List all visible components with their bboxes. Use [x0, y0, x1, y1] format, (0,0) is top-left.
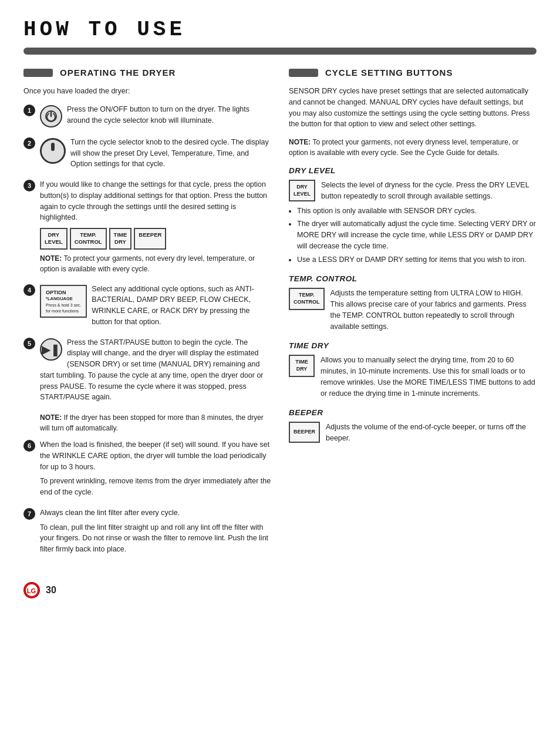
step-5-note: NOTE: If the dryer has been stopped for …	[40, 412, 271, 433]
step-6-content: When the load is finished, the beeper (i…	[40, 439, 271, 500]
option-icon: OPTION *LANGUAGE Press & hold 3 sec. for…	[40, 285, 87, 318]
beeper-text: Adjusts the volume of the end-of-cycle b…	[326, 422, 537, 444]
dry-level-section: DRY LEVEL DRYLEVEL Selects the level of …	[289, 166, 537, 265]
cycle-buttons-row: DRYLEVEL TEMP.CONTROL TIMEDRY BEEPER	[40, 228, 271, 250]
step-3-content: If you would like to change the settings…	[40, 179, 271, 277]
step-7-text: Always clean the lint filter after every…	[40, 507, 271, 519]
step-5-text: Press the START/PAUSE button to begin th…	[40, 337, 271, 403]
step-4: 4 OPTION *LANGUAGE Press & hold 3 sec. f…	[23, 284, 271, 330]
footer: LG 30	[23, 582, 537, 598]
svg-text:LG: LG	[27, 587, 36, 594]
temp-control-button-label: TEMP.CONTROL	[70, 228, 107, 250]
step-5: 5 ▶❚ Press the START/PAUSE button to beg…	[23, 337, 271, 406]
left-column: OPERATING THE DRYER Once you have loaded…	[23, 68, 271, 564]
play-symbol: ▶❚	[42, 341, 60, 358]
step-1-number: 1	[23, 105, 35, 116]
step-2-content: Turn the cycle selector knob to the desi…	[40, 137, 271, 172]
step-7-sub: To clean, pull the lint filter straight …	[40, 522, 271, 555]
operating-section-header: OPERATING THE DRYER	[23, 68, 271, 78]
step-3-note: NOTE: To protect your garments, not ever…	[40, 253, 271, 274]
beeper-button-label: BEEPER	[134, 228, 166, 250]
time-dry-title: TIME DRY	[289, 341, 537, 350]
dry-level-bullets: This option is only available with SENSO…	[297, 206, 537, 265]
step-1-content: Press the ON/OFF button to turn on the d…	[40, 104, 271, 130]
time-dry-section: TIME DRY TIMEDRY Allows you to manually …	[289, 341, 537, 399]
beeper-section: BEEPER BEEPER Adjusts the volume of the …	[289, 408, 537, 444]
beeper-content: BEEPER Adjusts the volume of the end-of-…	[289, 422, 537, 444]
page-title: HOW TO USE	[23, 18, 537, 42]
step-7: 7 Always clean the lint filter after eve…	[23, 507, 271, 557]
step-3-number: 3	[23, 180, 35, 191]
dry-level-text: Selects the level of dryness for the cyc…	[321, 180, 537, 202]
time-dry-content: TIMEDRY Allows you to manually select th…	[289, 355, 537, 399]
power-icon	[40, 105, 62, 127]
operating-title: OPERATING THE DRYER	[60, 68, 176, 78]
cycle-note: NOTE: To protect your garments, not ever…	[289, 137, 537, 158]
step-4-content: OPTION *LANGUAGE Press & hold 3 sec. for…	[40, 284, 271, 330]
step-6-number: 6	[23, 440, 35, 452]
play-icon: ▶❚	[40, 338, 62, 361]
temp-control-title: TEMP. CONTROL	[289, 274, 537, 283]
dry-level-button: DRYLEVEL	[289, 180, 315, 201]
top-decorative-bar	[23, 48, 537, 55]
bullet-1: This option is only available with SENSO…	[297, 206, 537, 217]
cycle-note-text: To protect your garments, not every dryn…	[289, 138, 518, 157]
step-5-content: ▶❚ Press the START/PAUSE button to begin…	[40, 337, 271, 406]
step-3-text: If you would like to change the settings…	[40, 179, 271, 223]
temp-control-button: TEMP.CONTROL	[289, 288, 325, 310]
step-2: 2 Turn the cycle selector knob to the de…	[23, 137, 271, 172]
lg-logo: LG	[23, 582, 40, 598]
dry-level-button-label: DRYLEVEL	[40, 228, 68, 250]
step-2-number: 2	[23, 137, 35, 149]
time-dry-button: TIMEDRY	[289, 355, 315, 376]
step-6-sub: To prevent wrinkling, remove items from …	[40, 476, 271, 498]
beeper-button: BEEPER	[289, 422, 320, 443]
temp-control-section: TEMP. CONTROL TEMP.CONTROL Adjusts the t…	[289, 274, 537, 332]
time-dry-text: Allows you to manually select the drying…	[321, 355, 537, 399]
cycle-intro: SENSOR DRY cycles have preset settings t…	[289, 86, 537, 130]
temp-control-text: Adjusts the temperature setting from ULT…	[330, 288, 537, 332]
step-4-number: 4	[23, 284, 35, 296]
dry-level-title: DRY LEVEL	[289, 166, 537, 175]
step-1-text: Press the ON/OFF button to turn on the d…	[40, 104, 271, 126]
step-3: 3 If you would like to change the settin…	[23, 179, 271, 277]
page-number: 30	[46, 585, 56, 596]
section-bar-right	[289, 69, 318, 77]
intro-text: Once you have loaded the dryer:	[23, 86, 271, 97]
cycle-note-title: NOTE:	[289, 138, 311, 146]
step-7-number: 7	[23, 508, 35, 520]
step-7-content: Always clean the lint filter after every…	[40, 507, 271, 557]
step-6-text: When the load is finished, the beeper (i…	[40, 439, 271, 472]
main-content: OPERATING THE DRYER Once you have loaded…	[23, 68, 537, 564]
knob-icon	[40, 138, 66, 164]
temp-control-content: TEMP.CONTROL Adjusts the temperature set…	[289, 288, 537, 332]
step-2-text: Turn the cycle selector knob to the desi…	[40, 137, 271, 170]
cycle-title: CYCLE SETTING BUTTONS	[325, 68, 453, 78]
time-dry-button-label: TIMEDRY	[109, 228, 132, 250]
section-bar-left	[23, 69, 53, 77]
right-column: CYCLE SETTING BUTTONS SENSOR DRY cycles …	[289, 68, 537, 564]
dry-level-content: DRYLEVEL Selects the level of dryness fo…	[289, 180, 537, 202]
bullet-2: The dryer will automatically adjust the …	[297, 218, 537, 251]
step-5-number: 5	[23, 338, 35, 349]
cycle-section-header: CYCLE SETTING BUTTONS	[289, 68, 537, 78]
bullet-3: Use a LESS DRY or DAMP DRY setting for i…	[297, 254, 537, 265]
beeper-title: BEEPER	[289, 408, 537, 417]
step-6: 6 When the load is finished, the beeper …	[23, 439, 271, 500]
step-1: 1 Press the ON/OFF button to turn on the…	[23, 104, 271, 130]
